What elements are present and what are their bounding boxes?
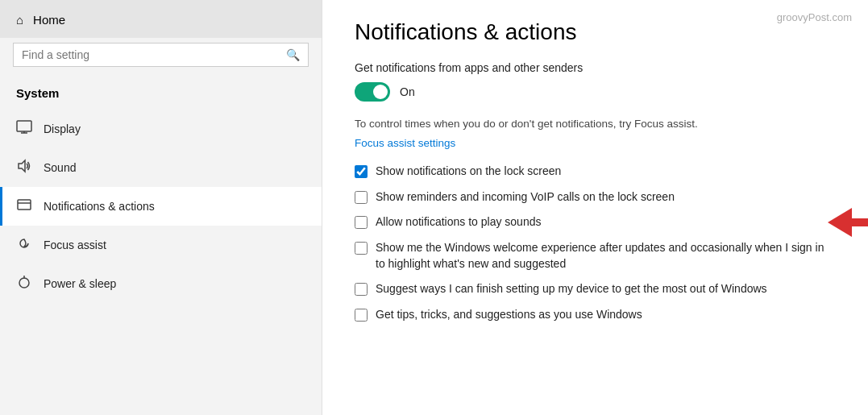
focus-assist-description: To control times when you do or don't ge… xyxy=(355,116,836,132)
checkbox-lock-screen-label: Show notifications on the lock screen xyxy=(376,164,561,180)
arrow-tip xyxy=(828,208,852,237)
sidebar-item-display[interactable]: Display xyxy=(0,110,322,148)
search-box: 🔍 xyxy=(13,43,309,67)
arrow-line xyxy=(852,218,868,226)
sidebar-item-power-sleep[interactable]: Power & sleep xyxy=(0,264,322,303)
sound-icon xyxy=(16,158,32,177)
sidebar-home-label: Home xyxy=(33,13,65,27)
notifications-toggle[interactable] xyxy=(355,82,390,102)
main-content: groovyPost.com Notifications & actions G… xyxy=(322,0,868,415)
checkbox-tips-input[interactable] xyxy=(355,309,368,322)
checkbox-reminders-label: Show reminders and incoming VoIP calls o… xyxy=(376,189,675,205)
sidebar-nav: Display Sound Notifications & actions xyxy=(0,110,322,303)
sidebar-display-label: Display xyxy=(44,122,81,135)
display-icon xyxy=(16,119,32,139)
checkbox-list: Show notifications on the lock screen Sh… xyxy=(355,164,836,322)
focus-assist-icon xyxy=(16,235,32,255)
checkbox-tips-label: Get tips, tricks, and suggestions as you… xyxy=(376,307,642,323)
focus-assist-link[interactable]: Focus assist settings xyxy=(355,137,455,149)
svg-point-6 xyxy=(19,278,29,288)
checkbox-reminders[interactable]: Show reminders and incoming VoIP calls o… xyxy=(355,189,836,205)
notifications-section-label: Get notifications from apps and other se… xyxy=(355,61,836,74)
checkbox-tips[interactable]: Get tips, tricks, and suggestions as you… xyxy=(355,307,836,323)
checkbox-welcome[interactable]: Show me the Windows welcome experience a… xyxy=(355,240,836,272)
search-icon: 🔍 xyxy=(286,48,300,61)
notifications-icon xyxy=(16,197,32,216)
page-title: Notifications & actions xyxy=(355,19,836,45)
sidebar-home-item[interactable]: ⌂ Home xyxy=(0,0,322,38)
toggle-on-label: On xyxy=(400,85,415,98)
checkbox-sounds-label: Allow notifications to play sounds xyxy=(376,214,541,230)
notifications-toggle-row: On xyxy=(355,82,836,102)
search-input[interactable] xyxy=(22,48,280,61)
checkbox-lock-screen[interactable]: Show notifications on the lock screen xyxy=(355,164,836,180)
home-icon: ⌂ xyxy=(16,13,23,27)
checkbox-lock-screen-input[interactable] xyxy=(355,165,368,178)
sidebar-item-notifications[interactable]: Notifications & actions xyxy=(0,187,322,226)
search-container: 🔍 xyxy=(0,38,322,80)
checkbox-reminders-input[interactable] xyxy=(355,191,368,204)
sidebar-item-focus-assist[interactable]: Focus assist xyxy=(0,226,322,264)
sidebar-notifications-label: Notifications & actions xyxy=(44,200,155,213)
checkbox-suggest-ways[interactable]: Suggest ways I can finish setting up my … xyxy=(355,281,836,297)
checkbox-sounds[interactable]: Allow notifications to play sounds xyxy=(355,214,836,230)
watermark: groovyPost.com xyxy=(777,11,852,23)
svg-rect-4 xyxy=(18,200,31,210)
checkbox-welcome-label: Show me the Windows welcome experience a… xyxy=(376,240,836,272)
power-sleep-icon xyxy=(16,274,32,293)
sidebar: ⌂ Home 🔍 System Display xyxy=(0,0,322,415)
checkbox-sounds-input[interactable] xyxy=(355,216,368,229)
svg-marker-3 xyxy=(19,160,25,172)
sidebar-sound-label: Sound xyxy=(44,161,76,174)
checkbox-suggest-ways-input[interactable] xyxy=(355,283,368,296)
sidebar-section-title: System xyxy=(0,80,322,110)
checkbox-welcome-input[interactable] xyxy=(355,242,368,255)
red-arrow-annotation xyxy=(828,208,868,237)
sidebar-focus-assist-label: Focus assist xyxy=(44,239,106,251)
checkbox-suggest-ways-label: Suggest ways I can finish setting up my … xyxy=(376,281,767,297)
svg-rect-0 xyxy=(17,121,31,131)
sidebar-power-sleep-label: Power & sleep xyxy=(44,277,116,290)
sidebar-item-sound[interactable]: Sound xyxy=(0,148,322,187)
